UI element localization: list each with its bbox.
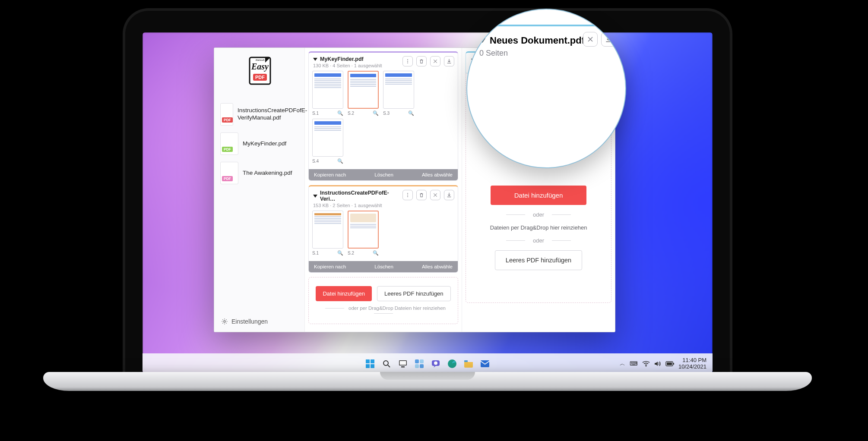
svg-point-11 [407, 61, 408, 62]
documents-panel: MyKeyFinder.pdf 130 KB · 4 Seiten · 1 au… [305, 48, 462, 332]
page-label: S.1 [312, 111, 319, 116]
svg-text:Abelssoft: Abelssoft [255, 59, 264, 61]
output-header-accent [479, 25, 613, 32]
taskbar-date: 10/24/2021 [678, 364, 706, 370]
svg-point-40 [646, 365, 647, 367]
svg-rect-32 [420, 359, 424, 363]
search-icon[interactable] [380, 358, 393, 370]
chat-icon[interactable] [430, 358, 442, 370]
gear-icon [221, 318, 228, 325]
output-meta: 0 Seiten [479, 49, 613, 58]
svg-point-26 [383, 361, 388, 365]
add-document-card: Datei hinzufügen Leeres PDF hinzufügen o… [308, 277, 458, 324]
doc-close-button[interactable] [430, 56, 440, 66]
delete-button[interactable]: Löschen [374, 264, 393, 269]
svg-line-27 [388, 365, 390, 367]
output-close-button[interactable] [583, 32, 598, 47]
start-button[interactable] [364, 358, 376, 370]
settings-button[interactable]: Einstellungen [219, 315, 299, 328]
doc-more-button[interactable] [402, 190, 413, 200]
delete-button[interactable]: Löschen [374, 172, 393, 177]
page-label: S.3 [383, 111, 390, 116]
svg-point-12 [407, 63, 408, 63]
svg-rect-31 [415, 359, 419, 363]
doc-delete-button[interactable] [416, 56, 427, 66]
page-label: S.4 [312, 159, 319, 164]
page-thumbnail[interactable]: S.3🔍 [383, 71, 414, 116]
add-blank-pdf-button[interactable]: Leeres PDF hinzufügen [377, 286, 451, 301]
sidebar-file-item[interactable]: PDF The Awakening.pdf [219, 160, 299, 186]
sidebar-file-item[interactable]: PDF InstructionsCreatePDFofE-VerifyManua… [219, 101, 299, 127]
svg-rect-23 [371, 359, 374, 363]
doc-more-button[interactable] [402, 56, 413, 66]
pdf-file-icon: PDF [220, 103, 233, 126]
file-explorer-icon[interactable] [463, 358, 475, 370]
svg-rect-43 [673, 363, 674, 365]
doc-close-button[interactable] [430, 190, 440, 200]
separator-oder: oder [506, 237, 571, 244]
magnifier-callout: Neues Dokument.pdf 0 Seiten [466, 9, 626, 168]
zoom-icon[interactable]: 🔍 [337, 250, 343, 256]
document-meta: 130 KB · 4 Seiten · 1 ausgewählt [313, 63, 399, 68]
screen: Easy PDF Abelssoft PDF InstructionsCreat… [143, 32, 713, 373]
svg-rect-30 [401, 366, 405, 368]
deselect-button[interactable]: Alles abwähle [422, 172, 453, 177]
add-file-button[interactable]: Datei hinzufügen [316, 286, 372, 301]
chevron-down-icon[interactable] [313, 58, 317, 61]
svg-rect-22 [366, 359, 370, 363]
wifi-icon[interactable] [642, 361, 650, 367]
svg-point-10 [407, 59, 408, 60]
zoom-icon[interactable]: 🔍 [373, 250, 379, 256]
volume-icon[interactable] [654, 361, 661, 367]
pdf-file-icon: PDF [220, 162, 238, 184]
deselect-button[interactable]: Alles abwähle [422, 264, 453, 269]
page-thumbnail[interactable]: S.1🔍 [312, 211, 343, 256]
laptop-frame: Easy PDF Abelssoft PDF InstructionsCreat… [125, 11, 730, 382]
svg-rect-33 [415, 364, 419, 368]
svg-text:PDF: PDF [255, 75, 265, 80]
svg-rect-25 [371, 364, 374, 368]
doc-download-button[interactable] [444, 56, 454, 66]
doc-delete-button[interactable] [416, 190, 427, 200]
copy-button[interactable]: Kopieren nach [314, 172, 346, 177]
mail-icon[interactable] [479, 358, 491, 370]
sidebar-file-item[interactable]: PDF MyKeyFinder.pdf [219, 131, 299, 157]
document-title: MyKeyFinder.pdf [320, 56, 364, 62]
document-card: MyKeyFinder.pdf 130 KB · 4 Seiten · 1 au… [308, 51, 458, 181]
pdf-file-icon: PDF [220, 132, 238, 155]
svg-rect-29 [400, 361, 406, 365]
add-file-button[interactable]: Datei hinzufügen [491, 186, 587, 205]
laptop-notch [380, 372, 475, 380]
copy-button[interactable]: Kopieren nach [314, 264, 346, 269]
keyboard-icon[interactable]: ⌨ [630, 360, 638, 367]
page-thumbnail[interactable]: S.2🔍 [348, 211, 379, 256]
page-label: S.2 [348, 251, 354, 255]
zoom-icon[interactable]: 🔍 [337, 110, 343, 116]
zoom-icon[interactable]: 🔍 [373, 110, 379, 116]
windows-taskbar: ︿ ⌨ 11:40 PM 10/24/2021 [143, 353, 713, 373]
tray-chevron-icon[interactable]: ︿ [620, 360, 625, 368]
zoom-icon[interactable]: 🔍 [337, 158, 343, 164]
page-thumbnail[interactable]: S.4🔍 [312, 119, 343, 164]
page-thumbnail[interactable]: S.1🔍 [312, 71, 343, 116]
laptop-base [43, 372, 812, 391]
taskbar-time: 11:40 PM [678, 357, 706, 364]
edge-icon[interactable] [446, 358, 458, 370]
taskbar-clock[interactable]: 11:40 PM 10/24/2021 [678, 357, 706, 370]
battery-icon[interactable] [665, 361, 674, 366]
drag-drop-hint: oder per Drag&Drop Dateien hier reinzieh… [313, 306, 453, 316]
sidebar-file-label: InstructionsCreatePDFofE-VerifyManual.pd… [238, 107, 307, 122]
settings-label: Einstellungen [231, 318, 268, 325]
chevron-down-icon[interactable] [313, 195, 317, 198]
svg-rect-42 [667, 362, 672, 365]
doc-download-button[interactable] [444, 190, 454, 200]
task-view-icon[interactable] [397, 358, 409, 370]
zoom-icon[interactable]: 🔍 [408, 110, 414, 116]
add-blank-pdf-button[interactable]: Leeres PDF hinzufügen [495, 250, 582, 270]
sidebar-file-label: The Awakening.pdf [243, 170, 292, 177]
svg-rect-38 [464, 360, 468, 362]
page-thumbnail[interactable]: S.2🔍 [348, 71, 379, 116]
widgets-icon[interactable] [413, 358, 425, 370]
svg-point-15 [407, 193, 408, 194]
page-label: S.1 [312, 251, 319, 255]
